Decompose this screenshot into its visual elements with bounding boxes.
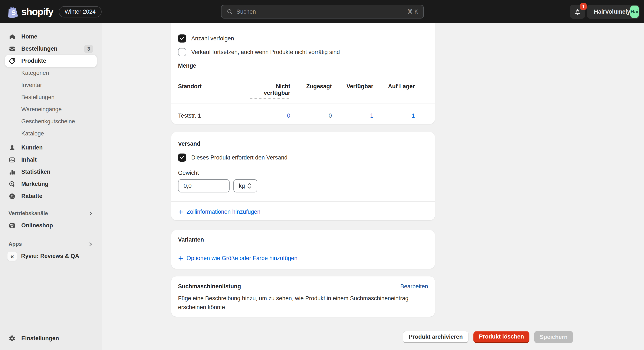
add-customs-info-link[interactable]: Zollinformationen hinzufügen: [178, 209, 428, 215]
shipping-title: Versand: [178, 141, 428, 147]
track-quantity-checkbox[interactable]: [178, 34, 186, 42]
inventory-table-row: Teststr. 1 0 0 1 1: [171, 104, 435, 119]
track-quantity-row: Anzahl verfolgen: [178, 34, 428, 42]
on-hand-value-link[interactable]: 1: [412, 113, 415, 119]
add-variant-options-link[interactable]: Optionen wie Größe oder Farbe hinzufügen: [178, 255, 428, 262]
search-input[interactable]: Suchen ⌘ K: [221, 5, 424, 18]
content-icon: [8, 156, 16, 164]
sidebar-item-app-ryviu[interactable]: « Ryviu: Reviews & QA: [5, 250, 97, 262]
header-on-hand: Auf Lager: [373, 83, 415, 92]
marketing-icon: [8, 180, 16, 188]
unavailable-value-link[interactable]: 0: [287, 113, 290, 119]
check-icon: [180, 36, 185, 41]
chevron-right-icon: [88, 211, 93, 216]
sidebar-item-analytics[interactable]: Statistiken: [5, 166, 97, 178]
seo-title: Suchmaschinenlistung: [178, 283, 241, 290]
plus-icon: [178, 256, 184, 261]
requires-shipping-checkbox[interactable]: [178, 154, 186, 162]
committed-value: 0: [290, 113, 332, 119]
weight-unit-select[interactable]: kg: [234, 179, 257, 192]
seo-description: Füge eine Beschreibung hinzu, um zu sehe…: [178, 294, 428, 312]
sidebar-item-settings[interactable]: Einstellungen: [5, 332, 97, 345]
brand-wordmark: shopify: [21, 6, 53, 17]
bell-icon: [574, 8, 582, 15]
continue-selling-row: Verkauf fortsetzen, auch wenn Produkte n…: [178, 48, 428, 56]
inventory-card: Anzahl verfolgen Verkauf fortsetzen, auc…: [171, 23, 435, 124]
discounts-icon: [8, 193, 16, 200]
orders-icon: [8, 45, 16, 52]
sidebar-item-home[interactable]: Home: [5, 31, 97, 43]
search-shortcut: ⌘ K: [407, 8, 418, 15]
ryviu-app-icon: «: [8, 252, 17, 261]
orders-count-badge: 3: [84, 45, 93, 53]
shopify-bag-icon: S: [6, 4, 20, 19]
sidebar-item-catalogs[interactable]: Kataloge: [5, 128, 97, 140]
archive-product-button[interactable]: Produkt archivieren: [403, 331, 469, 343]
account-menu[interactable]: HairVolumely Hai: [587, 5, 640, 19]
requires-shipping-row: Dieses Produkt erfordert den Versand: [178, 154, 428, 162]
store-name: HairVolumely: [594, 8, 630, 15]
notifications-button[interactable]: 1: [570, 5, 585, 19]
avatar: Hai: [630, 5, 639, 18]
svg-text:S: S: [11, 9, 16, 16]
header-unavailable: Nicht verfügbar: [249, 83, 290, 99]
sidebar-item-customers[interactable]: Kunden: [5, 142, 97, 154]
header-location: Standort: [178, 83, 249, 90]
version-badge: Winter 2024: [59, 6, 102, 17]
sidebar-section-apps[interactable]: Apps: [5, 238, 97, 250]
home-icon: [8, 33, 16, 40]
sidebar-item-content[interactable]: Inhalt: [5, 154, 97, 166]
notification-count-badge: 1: [580, 3, 587, 10]
header-available: Verfügbar: [332, 83, 373, 92]
sidebar-item-transfers[interactable]: Wareneingänge: [5, 103, 97, 116]
sidebar-section-sales-channels[interactable]: Vertriebskanäle: [5, 207, 97, 219]
delete-product-button[interactable]: Produkt löschen: [474, 331, 530, 343]
sidebar-item-orders[interactable]: Bestellungen 3: [5, 43, 97, 55]
variants-card: Varianten Optionen wie Größe oder Farbe …: [171, 230, 435, 269]
shipping-card: Versand Dieses Produkt erfordert den Ver…: [171, 132, 435, 220]
footer-actions: Produkt archivieren Produkt löschen Spei…: [102, 331, 573, 343]
check-icon: [180, 155, 185, 160]
weight-label: Gewicht: [178, 170, 428, 176]
topbar: S shopify Winter 2024 Suchen ⌘ K 1 HairV…: [0, 0, 644, 23]
header-committed: Zugesagt: [290, 83, 332, 92]
sidebar-item-purchase-orders[interactable]: Bestellungen: [5, 91, 97, 103]
available-value-link[interactable]: 1: [370, 113, 373, 119]
variants-title: Varianten: [178, 236, 428, 243]
location-cell: Teststr. 1: [178, 113, 249, 119]
sidebar-item-gift-cards[interactable]: Geschenkgutscheine: [5, 116, 97, 128]
weight-input[interactable]: [178, 179, 230, 192]
select-carets-icon: [247, 183, 252, 189]
customers-icon: [8, 144, 16, 151]
sidebar-item-discounts[interactable]: Rabatte: [5, 190, 97, 202]
sidebar-item-collections[interactable]: Kategorien: [5, 67, 97, 79]
shopify-logo[interactable]: S shopify Winter 2024: [6, 0, 102, 23]
plus-icon: [178, 209, 184, 215]
quantity-heading: Menge: [178, 62, 428, 69]
seo-card: Suchmaschinenlistung Bearbeiten Füge ein…: [171, 276, 435, 317]
search-placeholder: Suchen: [236, 8, 256, 15]
gear-icon: [8, 335, 16, 342]
inventory-table-header: Standort Nicht verfügbar Zugesagt Verfüg…: [171, 75, 435, 104]
tag-icon: [8, 57, 16, 65]
analytics-icon: [8, 169, 16, 176]
search-icon: [226, 8, 233, 15]
storefront-icon: [8, 222, 16, 229]
sidebar-item-marketing[interactable]: Marketing: [5, 178, 97, 190]
seo-edit-link[interactable]: Bearbeiten: [400, 283, 428, 290]
save-button[interactable]: Speichern: [534, 331, 573, 343]
continue-selling-checkbox[interactable]: [178, 48, 186, 56]
sidebar-item-online-store[interactable]: Onlineshop: [5, 219, 97, 232]
sidebar-item-products[interactable]: Produkte: [5, 55, 97, 67]
chevron-right-icon: [88, 241, 93, 247]
sidebar-item-inventory[interactable]: Inventar: [5, 79, 97, 91]
sidebar: Home Bestellungen 3 Produkte Kategorien …: [0, 23, 102, 350]
